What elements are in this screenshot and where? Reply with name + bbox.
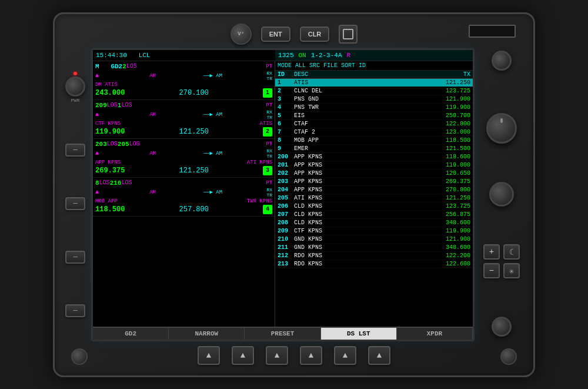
list-row[interactable]: 3 PNS GND 121.900 <box>275 95 473 104</box>
freq-active-4: 118.500 <box>95 205 125 214</box>
power-led <box>74 72 77 75</box>
tab-gd2[interactable]: GD2 <box>93 328 169 340</box>
top-controls: V° ENT CLR <box>61 20 527 48</box>
list-row[interactable]: 206 CLD KPNS 123.725 <box>275 202 473 211</box>
tab-ds-lst[interactable]: DS LST <box>321 328 397 340</box>
radio-id-m: M GD2 <box>95 63 122 70</box>
freq-standby-2: 121.250 <box>179 128 209 136</box>
list-row[interactable]: 212 RDO KPNS 122.200 <box>275 252 473 260</box>
timezone-display: LCL <box>139 52 151 59</box>
tab-preset[interactable]: PRESET <box>245 328 320 340</box>
list-row[interactable]: 9 EMER 121.500 <box>275 145 473 153</box>
list-row[interactable]: 204 APP KPNS 270.800 <box>275 186 473 194</box>
right-upper-knob[interactable] <box>492 51 512 71</box>
right-large-knob[interactable] <box>486 113 517 144</box>
right-small-knob[interactable] <box>489 182 514 207</box>
list-row[interactable]: 201 APP KPNS 119.000 <box>275 161 473 169</box>
left-btn-4[interactable] <box>65 304 85 317</box>
radio-desc-2a: CTF KPNS <box>95 121 121 127</box>
screen-header-right: 1325 ON 1-2-3-4A R <box>275 50 473 61</box>
list-panel: MODE ALL SRC FILE SORT ID ID DESC TX 1 A… <box>275 61 473 327</box>
bottom-btn-6[interactable]: ▲ <box>368 346 390 365</box>
list-row[interactable]: 205 ATI KPNS 121.250 <box>275 194 473 202</box>
freq-active-1: 243.000 <box>95 89 125 97</box>
volume-knob[interactable]: V° <box>230 24 252 45</box>
left-btn-2[interactable] <box>65 197 85 210</box>
main-area: PWR 15:44:30 LCL 1325 ON 1-2-3-4A R <box>61 48 527 341</box>
freq-active-3: 269.375 <box>95 167 125 175</box>
on-indicator: ON <box>298 52 306 59</box>
list-row[interactable]: 213 RDO KPNS 122.600 <box>275 260 473 268</box>
list-row[interactable]: 211 GND KPNS 348.600 <box>275 244 473 252</box>
freq-badge-3: 3 <box>263 166 272 175</box>
list-row[interactable]: 1 ATIS 121.250 <box>275 79 473 87</box>
radio-desc-2b: ATIS <box>259 121 272 127</box>
list-row[interactable]: 4 PNS TWR 119.900 <box>275 104 473 112</box>
tab-narrow[interactable]: NARROW <box>169 328 245 340</box>
freq-badge-4: 4 <box>263 205 272 214</box>
right-controls: + ☾ − ✳ <box>478 48 525 341</box>
list-row[interactable]: 207 CLD KPNS 256.875 <box>275 211 473 219</box>
left-power-knob[interactable] <box>65 77 85 97</box>
radio-panel: M GD2 2 LOS PT ▲ AM ——▶ AM RX TR <box>93 61 275 327</box>
list-row[interactable]: 5 EIS 250.700 <box>275 112 473 120</box>
radio-desc-4b: TWR KPNS <box>247 198 272 204</box>
freq-badge-2: 2 <box>263 127 272 137</box>
power-area: PWR <box>65 72 85 103</box>
radio-desc-4a: MOB APP <box>95 198 118 204</box>
bottom-right-knob[interactable] <box>500 348 517 365</box>
list-row[interactable]: 203 APP KPNS 269.375 <box>275 178 473 186</box>
bottom-btn-2[interactable]: ▲ <box>232 346 254 365</box>
freq-active-2: 119.900 <box>95 128 125 136</box>
screen-header-left: 15:44:30 LCL <box>93 50 275 61</box>
minus-button[interactable]: − <box>483 263 500 278</box>
r-indicator: R <box>347 52 351 59</box>
clr-button[interactable]: CLR <box>300 26 330 42</box>
list-row[interactable]: 2 CLNC DEL 123.725 <box>275 87 473 95</box>
mode-bar: MODE ALL SRC FILE SORT ID <box>275 61 473 71</box>
plus-button[interactable]: + <box>483 244 500 260</box>
left-btn-1[interactable] <box>65 144 85 157</box>
radio-desc-1a: DM ATIS <box>95 82 118 88</box>
list-row[interactable]: 210 GND KPNS 121.900 <box>275 235 473 244</box>
bottom-btn-5[interactable]: ▲ <box>334 346 356 365</box>
bottom-btn-1[interactable]: ▲ <box>198 346 220 365</box>
tab-xpdr[interactable]: XPDR <box>397 328 473 340</box>
radio-desc-3a: APP KPNS <box>95 159 121 165</box>
moon-button[interactable]: ☾ <box>503 244 520 260</box>
radio-desc-3b: ATI KPNS <box>247 159 272 165</box>
list-row[interactable]: 200 APP KPNS 118.600 <box>275 153 473 161</box>
list-row[interactable]: 8 MOB APP 118.500 <box>275 137 473 145</box>
radio-block-3: 203 LOS 205 LOS PT ▲ AM ——▶ AM RX <box>93 139 275 178</box>
freq-badge-1: 1 <box>263 88 272 98</box>
list-row[interactable]: 202 APP KPNS 120.650 <box>275 169 473 178</box>
list-row[interactable]: 209 CTF KPNS 119.900 <box>275 227 473 235</box>
ent-button[interactable]: ENT <box>261 26 290 42</box>
star-button[interactable]: ✳ <box>503 263 520 278</box>
left-side-buttons: PWR <box>63 48 88 341</box>
screen-header: 15:44:30 LCL 1325 ON 1-2-3-4A R <box>93 50 473 61</box>
list-row[interactable]: 6 CTAF 122.800 <box>275 120 473 128</box>
radio-block-1: M GD2 2 LOS PT ▲ AM ——▶ AM RX TR <box>93 61 275 100</box>
sequence-display: 1-2-3-4A <box>311 52 342 59</box>
square-button[interactable] <box>339 25 358 44</box>
time-display: 15:44:30 <box>96 52 127 59</box>
right-lower-knob[interactable] <box>492 317 512 337</box>
bottom-btn-3[interactable]: ▲ <box>266 346 288 365</box>
list-row[interactable]: 7 CTAF 2 123.000 <box>275 128 473 137</box>
freq-standby-3: 121.250 <box>179 167 209 175</box>
freq-standby-4: 257.800 <box>179 205 209 214</box>
bottom-left-knob[interactable] <box>71 348 88 365</box>
main-screen: 15:44:30 LCL 1325 ON 1-2-3-4A R <box>91 48 475 341</box>
bottom-btn-4[interactable]: ▲ <box>300 346 322 365</box>
right-upper-knob-area <box>492 51 512 71</box>
squawk-code: 1325 <box>278 52 293 59</box>
list-row[interactable]: 208 CLD KPNS 348.600 <box>275 219 473 227</box>
left-btn-3[interactable] <box>65 251 85 264</box>
screen-content: M GD2 2 LOS PT ▲ AM ——▶ AM RX TR <box>93 61 473 327</box>
freq-standby-1: 270.100 <box>179 89 209 97</box>
avionics-device: V° ENT CLR PWR 15:44:30 <box>53 12 535 377</box>
card-slot <box>469 25 516 38</box>
radio-block-4: 8 LOS 216 LOS PT ▲ AM ——▶ AM RX <box>93 178 275 217</box>
right-button-group: + ☾ − ✳ <box>483 244 520 278</box>
